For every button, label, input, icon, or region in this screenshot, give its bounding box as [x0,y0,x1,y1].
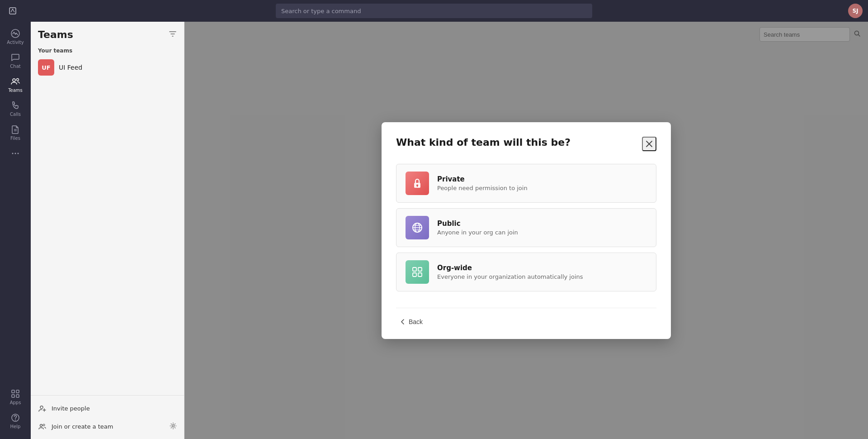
svg-point-7 [18,153,19,154]
svg-rect-35 [413,267,416,271]
svg-rect-11 [16,395,19,397]
svg-rect-37 [413,273,416,277]
team-type-modal: What kind of team will this be? [382,122,671,339]
svg-rect-9 [16,390,19,393]
public-option-text: Public Anyone in your org can join [437,220,518,236]
team-name-ui-feed: UI Feed [59,64,164,71]
sidebar-item-calls[interactable]: Calls [3,97,28,119]
svg-point-6 [15,153,16,154]
invite-people-icon [38,404,47,413]
svg-point-1 [13,79,15,81]
top-bar: Search or type a command SJ [0,0,868,22]
activity-label: Activity [7,40,24,45]
main-layout: Activity Chat Teams [0,22,868,439]
org-wide-option-title: Org-wide [437,264,583,272]
teams-footer: Invite people Join or create a team [31,395,184,439]
svg-rect-8 [12,390,14,393]
modal-header: What kind of team will this be? [396,137,656,151]
option-card-public[interactable]: Public Anyone in your org can join [396,208,656,247]
public-option-desc: Anyone in your org can join [437,229,518,236]
svg-point-16 [175,66,176,67]
team-avatar-ui-feed: UF [38,59,54,76]
sidebar-item-help[interactable]: Help [3,410,28,432]
back-button[interactable]: Back [396,315,426,328]
sidebar-icons: Activity Chat Teams [0,22,31,439]
chat-label: Chat [10,64,20,69]
org-icon-wrap [406,260,429,284]
apps-label: Apps [10,400,21,405]
private-option-text: Private People need permission to join [437,175,528,191]
svg-point-22 [172,425,175,427]
public-option-title: Public [437,220,518,228]
files-icon [10,124,21,135]
svg-point-20 [40,425,42,427]
teams-label: Teams [8,88,23,93]
modal-footer: Back [396,308,656,328]
svg-point-5 [12,153,14,154]
more-icon [10,148,21,159]
modal-close-button[interactable] [642,137,656,151]
calls-label: Calls [10,112,21,117]
svg-point-15 [172,66,174,67]
calls-icon [10,100,21,111]
svg-point-21 [43,424,45,426]
private-option-desc: People need permission to join [437,185,528,191]
private-option-title: Private [437,175,528,183]
invite-people-item[interactable]: Invite people [31,399,184,417]
svg-point-2 [17,79,19,81]
content-area: What kind of team will this be? [184,22,868,439]
teams-icon [10,76,21,87]
invite-people-label: Invite people [52,405,90,412]
option-card-org-wide[interactable]: Org-wide Everyone in your organization a… [396,253,656,291]
filter-icon[interactable] [169,30,177,40]
back-label: Back [409,318,423,325]
top-bar-left [5,4,20,18]
compose-icon[interactable] [5,4,20,18]
apps-icon [10,388,21,399]
help-icon [10,412,21,423]
join-create-team-item[interactable]: Join or create a team [31,417,184,435]
user-avatar[interactable]: SJ [848,4,863,18]
join-create-icon [38,422,47,431]
svg-point-14 [170,66,171,67]
svg-point-13 [15,420,16,420]
modal-overlay: What kind of team will this be? [184,22,868,439]
join-create-settings-icon[interactable] [170,422,177,431]
sidebar-item-teams[interactable]: Teams [3,73,28,95]
sidebar-item-activity[interactable]: Activity [3,25,28,48]
activity-icon [10,28,21,39]
svg-rect-10 [12,395,14,397]
org-wide-option-text: Org-wide Everyone in your organization a… [437,264,583,280]
global-search-bar[interactable]: Search or type a command [276,4,592,18]
sidebar-bottom: Apps Help [3,386,28,435]
chat-icon [10,52,21,63]
option-card-private[interactable]: Private People need permission to join [396,164,656,203]
private-icon-wrap [406,172,429,195]
modal-title: What kind of team will this be? [396,137,571,148]
join-create-label: Join or create a team [52,423,165,430]
svg-rect-36 [418,267,422,271]
svg-rect-38 [418,273,422,277]
public-icon-wrap [406,216,429,239]
svg-point-17 [40,406,43,409]
help-label: Help [10,424,21,429]
files-label: Files [10,136,20,141]
sidebar-item-files[interactable]: Files [3,121,28,143]
teams-panel-title: Teams [38,29,73,40]
team-item-ui-feed[interactable]: UF UI Feed [31,56,184,79]
org-wide-option-desc: Everyone in your organization automatica… [437,273,583,280]
sidebar-item-more[interactable] [3,145,28,162]
your-teams-label: Your teams [31,44,184,56]
global-search-text: Search or type a command [281,8,361,14]
teams-panel: Teams Your teams UF UI Feed [31,22,184,439]
sidebar-item-apps[interactable]: Apps [3,386,28,408]
sidebar-item-chat[interactable]: Chat [3,49,28,72]
teams-header: Teams [31,22,184,44]
